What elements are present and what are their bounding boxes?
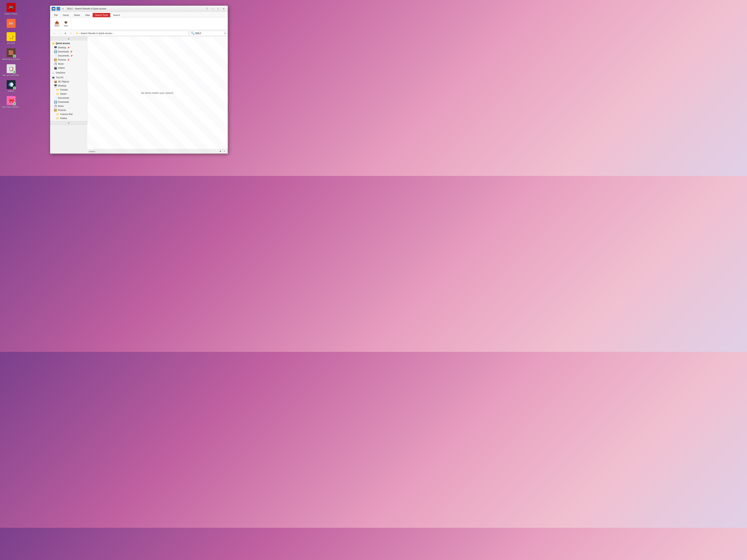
window-controls: ? ─ □ ✕ <box>204 7 226 11</box>
steam-pc-folder-icon: 📁 <box>56 92 59 96</box>
sidebar-item-camera-roll[interactable]: 📁 Camera Roll <box>50 112 87 116</box>
desktop-icon-like-subscribe-label: like and subscribe <box>3 74 19 77</box>
desktop-icon-doki[interactable]: 🎀 ✓ Doki Doki Literatur... <box>0 95 22 109</box>
search-clear-button[interactable]: ✕ <box>224 32 226 35</box>
no-items-message: No items match your search. <box>141 91 174 95</box>
tab-search-tools[interactable]: Search Tools <box>93 13 110 17</box>
sidebar-scroll-up-button[interactable]: ▲ <box>50 37 87 41</box>
pictures-pc-label: Pictures <box>58 109 66 111</box>
tab-home[interactable]: Home <box>60 13 71 17</box>
path-end-chevron: › <box>113 32 113 35</box>
content-area: No items match your search. 0 items ⊞ ≡ <box>87 37 228 154</box>
pictures-pc-icon: 🖼️ <box>54 109 57 112</box>
camera-roll-label: Camera Roll <box>60 113 73 115</box>
item-count: 0 items <box>89 150 95 153</box>
desktop-icon-steam[interactable]: 💨 ✓ Steam <box>0 79 22 94</box>
sidebar-wrapper: ▲ ⭐ Quick access 🖥️ Desktop 📌 ⬇️ Downloa… <box>50 37 87 154</box>
tab-file[interactable]: File <box>52 13 60 17</box>
sidebar-item-pictures-qa[interactable]: 🖼️ Pictures 📌 <box>50 58 87 62</box>
desktop-icon-area: 🎮 Roblox Player Se ⭐ you tried 🟫 ✓ Minec… <box>0 0 30 176</box>
downloads-pc-label: Downloads <box>58 101 69 103</box>
up-button[interactable]: ↑ <box>68 31 73 36</box>
maximize-button[interactable]: □ <box>215 7 221 11</box>
quick-access-icon: ⭐ <box>52 42 55 45</box>
ribbon: File Home Share View Search Tools Search… <box>50 12 228 30</box>
music-qa-label: Music <box>58 62 64 65</box>
desktop-icon-you-tried[interactable]: ⭐ you tried <box>0 31 22 46</box>
status-bar: 0 items ⊞ ≡ <box>87 149 228 154</box>
ribbon-btn-view[interactable]: 👁️ View <box>62 20 70 27</box>
sidebar-item-videos-qa[interactable]: 🎬 Videos <box>50 66 87 70</box>
downloads-qa-icon: ⬇️ <box>54 50 57 53</box>
sidebar-item-music-qa[interactable]: 🎵 Music <box>50 62 87 66</box>
view-buttons: ⊞ ≡ <box>218 150 226 153</box>
content-main: No items match your search. <box>87 37 228 149</box>
desktop-icon-like-subscribe[interactable]: 📋 ✓ like and subscribe <box>0 63 22 78</box>
sidebar-item-this-pc[interactable]: 💻 This PC <box>50 76 87 80</box>
list-view-button[interactable]: ≡ <box>223 150 226 153</box>
sidebar-item-documents-qa[interactable]: 📄 Documents 📌 <box>50 54 87 58</box>
forward-button[interactable]: → <box>57 31 62 36</box>
downloads-qa-label: Downloads <box>58 50 69 53</box>
desktop-icon-scratch[interactable]: Se <box>0 18 22 30</box>
tab-search[interactable]: Search <box>111 13 123 17</box>
tab-view[interactable]: View <box>83 13 92 17</box>
desktop-icon-minecraft[interactable]: 🟫 ✓ Minecraft Launcher <box>0 47 22 62</box>
close-button[interactable]: ✕ <box>221 7 226 11</box>
documents-qa-label: Documents <box>58 54 69 57</box>
videos-qa-icon: 🎬 <box>54 66 57 70</box>
sidebar-item-steam-pc[interactable]: 📁 Steam <box>50 92 87 96</box>
desktop-icon-minecraft-label: Minecraft Launcher <box>2 58 20 60</box>
documents-pc-icon: 📄 <box>54 97 57 100</box>
search-input[interactable] <box>195 32 223 35</box>
dropdown-button[interactable]: ▾ <box>63 31 68 36</box>
sidebar-item-desktop-pc[interactable]: 🖥️ Desktop <box>50 84 87 88</box>
sidebar: ⭐ Quick access 🖥️ Desktop 📌 ⬇️ Downloads… <box>50 41 87 121</box>
sidebar-item-downloads-pc[interactable]: ⬇️ Downloads <box>50 100 87 104</box>
sidebar-item-documents-pc[interactable]: 📄 Documents <box>50 96 87 100</box>
onedrive-label: OneDrive <box>56 72 65 74</box>
sidebar-item-3d-objects[interactable]: 📦 3D Objects <box>50 80 87 84</box>
desktop-icon-roblox[interactable]: 🎮 Roblox Player <box>0 2 22 16</box>
back-button[interactable]: ← <box>52 31 56 36</box>
3d-objects-icon: 📦 <box>54 80 57 83</box>
sidebar-item-downloads-qa[interactable]: ⬇️ Downloads 📌 <box>50 50 87 54</box>
desktop-icon-steam-label: Steam <box>8 90 14 92</box>
music-pc-label: Music <box>58 105 64 107</box>
sidebar-item-onedrive[interactable]: ☁️ OneDrive <box>50 71 87 75</box>
roblox-folder-icon: 📁 <box>56 117 59 120</box>
pin-bar-icon: ≡ <box>61 7 64 10</box>
help-button[interactable]: ? <box>204 7 209 11</box>
address-path[interactable]: 📁 › Search Results in Quick access › <box>74 31 188 36</box>
sidebar-item-fortnite[interactable]: 📁 Fortnite <box>50 88 87 92</box>
search-box[interactable]: 🔍 ✕ <box>189 31 226 36</box>
sidebar-item-roblox-folder[interactable]: 📁 Roblox <box>50 116 87 121</box>
minimize-button[interactable]: ─ <box>210 7 215 11</box>
desktop-qa-icon: 🖥️ <box>54 46 57 49</box>
music-qa-icon: 🎵 <box>54 62 57 65</box>
camera-roll-folder-icon: 📁 <box>56 113 59 116</box>
sidebar-item-music-pc[interactable]: 🎵 Music <box>50 104 87 108</box>
search-icon: 🔍 <box>191 31 195 35</box>
3d-objects-label: 3D Objects <box>58 80 69 83</box>
pictures-qa-pin-icon: 📌 <box>67 59 69 61</box>
ribbon-content: 📤 Share 👁️ View <box>50 17 228 30</box>
ribbon-tabs: File Home Share View Search Tools Search <box>50 12 228 17</box>
documents-pc-label: Documents <box>58 97 69 99</box>
ribbon-btn-share[interactable]: 📤 Share <box>53 20 61 27</box>
folder-icon: 📁 <box>52 7 55 10</box>
sidebar-item-pictures-pc[interactable]: 🖼️ Pictures <box>50 108 87 112</box>
pictures-qa-label: Pictures <box>58 58 66 61</box>
title-bar-left: 📁 📌 ≡ DDLC - Search Results in Quick acc… <box>52 7 106 10</box>
sidebar-item-desktop-qa[interactable]: 🖥️ Desktop 📌 <box>50 46 87 50</box>
videos-qa-label: Videos <box>58 67 65 69</box>
tab-share[interactable]: Share <box>72 13 82 17</box>
grid-view-button[interactable]: ⊞ <box>218 150 222 153</box>
desktop-pc-label: Desktop <box>58 84 66 87</box>
sidebar-item-quick-access[interactable]: ⭐ Quick access <box>50 41 87 46</box>
desktop-qa-pin-icon: 📌 <box>67 47 70 49</box>
desktop-qa-label: Desktop <box>58 46 66 49</box>
folder-path-icon: 📁 <box>76 32 78 35</box>
pictures-qa-icon: 🖼️ <box>54 58 57 61</box>
sidebar-scroll-down-button[interactable]: ▼ <box>50 121 87 125</box>
